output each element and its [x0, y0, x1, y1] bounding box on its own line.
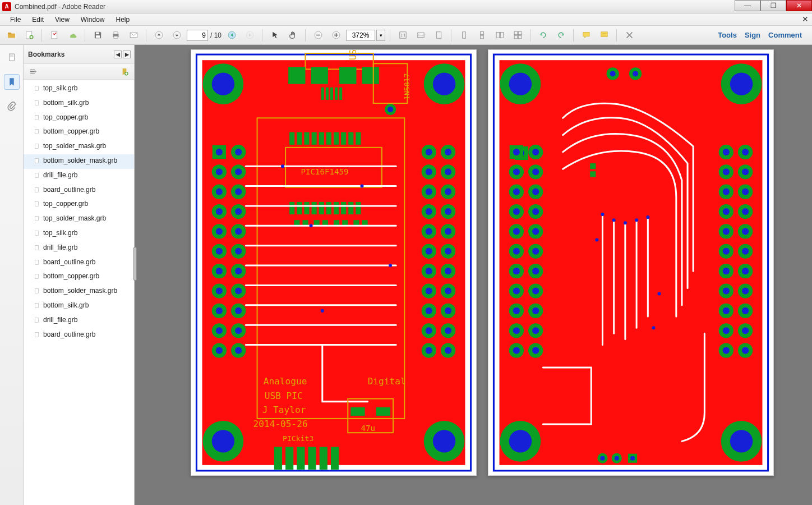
svg-point-133 — [216, 228, 223, 235]
page-down-button[interactable] — [169, 28, 184, 43]
svg-rect-94 — [304, 202, 309, 214]
pcb-page-left: USB — [191, 49, 477, 476]
toolbar: / 10 ▾ 1:1 Tools Sign Comment — [0, 26, 812, 45]
menu-help[interactable]: Help — [110, 15, 136, 25]
sign-link[interactable]: Sign — [745, 31, 760, 39]
page-up-button[interactable] — [151, 28, 167, 43]
svg-rect-69 — [288, 67, 305, 84]
bookmark-item[interactable]: bottom_silk.grb — [24, 97, 134, 111]
svg-rect-88 — [334, 132, 339, 145]
bookmarks-collapse-button[interactable]: ◀ — [114, 50, 122, 58]
save-button[interactable] — [90, 28, 105, 43]
read-mode-button[interactable] — [621, 28, 637, 43]
panel-resize-handle[interactable] — [133, 247, 137, 281]
fit-actual-button[interactable]: 1:1 — [395, 28, 410, 43]
bookmark-label: top_copper.grb — [43, 113, 88, 122]
zoom-level-input[interactable] — [346, 30, 375, 41]
bookmark-item[interactable]: bottom_copper.grb — [24, 125, 134, 140]
svg-point-245 — [513, 149, 520, 155]
svg-point-299 — [723, 248, 730, 255]
bookmark-item[interactable]: top_copper.grb — [24, 111, 134, 126]
hand-tool-button[interactable] — [285, 28, 301, 43]
bookmark-item[interactable]: top_silk.grb — [24, 82, 134, 97]
svg-rect-41 — [35, 115, 38, 120]
bookmark-item[interactable]: bottom_solder_mask.grb — [24, 154, 134, 169]
bookmark-item[interactable]: drill_file.grb — [24, 241, 134, 256]
bookmarks-title: Bookmarks — [28, 50, 64, 58]
document-close-button[interactable]: ✕ — [802, 15, 809, 24]
bookmark-item[interactable]: drill_file.grb — [24, 169, 134, 183]
svg-rect-99 — [341, 202, 346, 214]
attachments-rail-button[interactable] — [4, 99, 20, 114]
create-pdf-button[interactable] — [21, 28, 37, 43]
rotate-cw-button[interactable] — [553, 28, 569, 43]
history-back-button[interactable] — [224, 28, 239, 43]
svg-point-230 — [624, 221, 627, 224]
rotate-ccw-button[interactable] — [535, 28, 551, 43]
svg-point-113 — [389, 264, 392, 267]
single-page-button[interactable] — [456, 28, 472, 43]
bookmark-item[interactable]: board_outline.grb — [24, 183, 134, 198]
comment-link[interactable]: Comment — [768, 31, 802, 39]
bookmark-icon — [34, 273, 40, 283]
two-page-button[interactable] — [492, 28, 507, 43]
email-button[interactable] — [126, 28, 141, 43]
svg-rect-54 — [35, 303, 38, 307]
bookmarks-rail-button[interactable] — [4, 74, 20, 90]
bookmark-item[interactable]: board_outline.grb — [24, 256, 134, 270]
print-button[interactable] — [108, 28, 123, 43]
bookmarks-options-button[interactable] — [27, 66, 39, 77]
menu-view[interactable]: View — [49, 15, 75, 25]
document-area[interactable]: USB — [135, 45, 812, 505]
svg-point-215 — [509, 72, 532, 95]
svg-rect-50 — [35, 245, 38, 250]
svg-rect-97 — [326, 202, 331, 214]
cloud-button[interactable] — [64, 28, 80, 43]
new-bookmark-button[interactable] — [118, 66, 131, 77]
silk-pickit-label: PICkit3 — [283, 434, 313, 443]
bookmark-item[interactable]: bottom_solder_mask.grb — [24, 284, 134, 299]
two-page-continuous-button[interactable] — [510, 28, 525, 43]
bookmark-item[interactable]: board_outline.grb — [24, 328, 134, 343]
open-button[interactable] — [3, 28, 19, 43]
svg-rect-7 — [113, 36, 117, 39]
svg-point-279 — [532, 268, 539, 274]
bookmark-item[interactable]: top_silk.grb — [24, 227, 134, 241]
close-button[interactable]: ✕ — [786, 0, 812, 11]
bookmark-item[interactable]: drill_file.grb — [24, 314, 134, 328]
bookmarks-expand-button[interactable]: ▶ — [123, 50, 131, 58]
svg-rect-236 — [590, 163, 596, 169]
menu-edit[interactable]: Edit — [26, 15, 49, 25]
zoom-in-button[interactable] — [328, 28, 344, 43]
bookmark-item[interactable]: bottom_silk.grb — [24, 299, 134, 314]
menu-file[interactable]: File — [4, 15, 26, 25]
fit-page-button[interactable] — [431, 28, 446, 43]
history-forward-button[interactable] — [242, 28, 257, 43]
bookmark-item[interactable]: bottom_copper.grb — [24, 270, 134, 284]
zoom-dropdown[interactable]: ▾ — [376, 30, 385, 41]
fit-width-button[interactable] — [413, 28, 428, 43]
select-tool-button[interactable] — [267, 28, 283, 43]
svg-point-265 — [513, 347, 520, 354]
bookmark-item[interactable]: top_copper.grb — [24, 198, 134, 212]
bookmark-label: board_outline.grb — [43, 330, 95, 339]
bookmark-item[interactable]: top_solder_mask.grb — [24, 212, 134, 227]
svg-point-60 — [212, 72, 234, 95]
zoom-out-button[interactable] — [310, 28, 326, 43]
continuous-button[interactable] — [474, 28, 490, 43]
bookmark-item[interactable]: top_solder_mask.grb — [24, 140, 134, 154]
maximize-button[interactable]: ❐ — [760, 0, 786, 11]
tools-link[interactable]: Tools — [718, 31, 737, 39]
svg-point-257 — [513, 268, 520, 274]
menu-window[interactable]: Window — [75, 15, 110, 25]
svg-point-315 — [742, 189, 749, 195]
comment-balloon-button[interactable] — [578, 28, 594, 43]
svg-rect-34 — [10, 57, 13, 58]
bookmark-icon — [34, 259, 40, 269]
minimize-button[interactable]: — — [735, 0, 760, 11]
highlight-button[interactable] — [596, 28, 612, 43]
thumbnails-rail-button[interactable] — [4, 49, 20, 65]
convert-button[interactable] — [47, 28, 62, 43]
svg-point-277 — [532, 248, 539, 255]
page-number-input[interactable] — [187, 30, 208, 41]
